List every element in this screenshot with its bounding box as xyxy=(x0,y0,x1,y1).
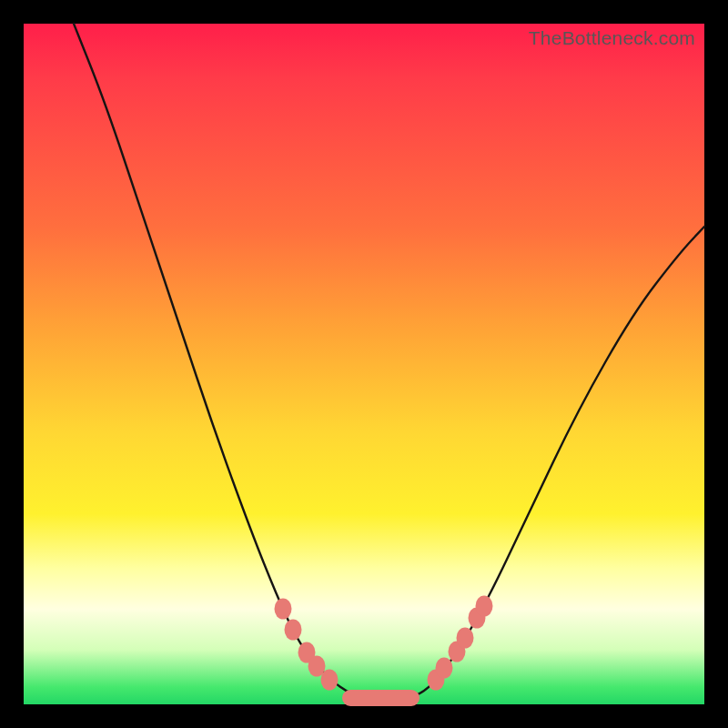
chart-overlay xyxy=(24,24,704,704)
plot-area: TheBottleneck.com xyxy=(24,24,704,704)
bead-left-4 xyxy=(321,670,339,691)
curve-group xyxy=(74,24,704,699)
chart-frame: TheBottleneck.com xyxy=(0,0,728,728)
bead-right-5 xyxy=(476,596,493,617)
bead-right-1 xyxy=(436,658,453,679)
bead-group xyxy=(275,596,493,707)
bottleneck-curve xyxy=(74,24,704,699)
bead-left-1 xyxy=(285,620,302,641)
bead-left-0 xyxy=(275,599,292,620)
bead-right-3 xyxy=(457,628,474,649)
valley-bead-bar xyxy=(342,690,420,706)
